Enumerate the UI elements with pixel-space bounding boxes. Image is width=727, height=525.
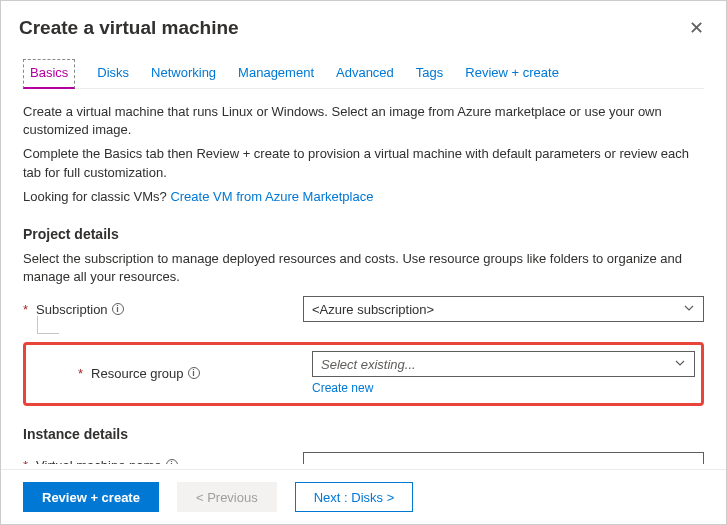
info-icon[interactable]: i <box>112 303 124 315</box>
tab-basics[interactable]: Basics <box>23 59 75 89</box>
marketplace-link[interactable]: Create VM from Azure Marketplace <box>170 189 373 204</box>
subscription-value: <Azure subscription> <box>312 302 434 317</box>
intro-line-1: Create a virtual machine that runs Linux… <box>23 103 704 139</box>
previous-button: < Previous <box>177 482 277 512</box>
tab-bar: Basics Disks Networking Management Advan… <box>23 59 704 89</box>
subscription-label: * Subscription i <box>23 302 303 317</box>
resource-group-placeholder: Select existing... <box>321 357 416 372</box>
tab-disks[interactable]: Disks <box>97 59 129 88</box>
resource-group-label: * Resource group i <box>78 366 312 381</box>
chevron-down-icon <box>674 357 686 372</box>
tab-review-create[interactable]: Review + create <box>465 59 559 88</box>
next-button[interactable]: Next : Disks > <box>295 482 414 512</box>
tree-indent-line <box>37 316 59 334</box>
resource-group-select[interactable]: Select existing... <box>312 351 695 377</box>
tab-management[interactable]: Management <box>238 59 314 88</box>
subscription-row: * Subscription i <Azure subscription> <box>23 296 704 322</box>
intro-line-2: Complete the Basics tab then Review + cr… <box>23 145 704 181</box>
project-details-title: Project details <box>23 226 704 242</box>
instance-details-title: Instance details <box>23 426 704 442</box>
intro-line-3: Looking for classic VMs? Create VM from … <box>23 188 704 206</box>
project-details-desc: Select the subscription to manage deploy… <box>23 250 704 286</box>
tab-networking[interactable]: Networking <box>151 59 216 88</box>
resource-group-highlight: * Resource group i Select existing... Cr… <box>23 342 704 406</box>
content-scroll[interactable]: Basics Disks Networking Management Advan… <box>1 45 726 464</box>
vm-name-row: * Virtual machine name i <box>23 452 704 464</box>
tab-tags[interactable]: Tags <box>416 59 443 88</box>
required-star: * <box>23 458 28 464</box>
intro-line-3-prefix: Looking for classic VMs? <box>23 189 170 204</box>
panel-header: Create a virtual machine ✕ <box>1 1 726 51</box>
vm-name-input[interactable] <box>303 452 704 464</box>
info-icon[interactable]: i <box>166 459 178 464</box>
info-icon[interactable]: i <box>188 367 200 379</box>
required-star: * <box>78 366 83 381</box>
subscription-select[interactable]: <Azure subscription> <box>303 296 704 322</box>
tab-advanced[interactable]: Advanced <box>336 59 394 88</box>
required-star: * <box>23 302 28 317</box>
create-new-link[interactable]: Create new <box>312 381 695 395</box>
page-title: Create a virtual machine <box>19 17 239 39</box>
resource-group-row: * Resource group i Select existing... Cr… <box>32 351 695 395</box>
vm-name-label: * Virtual machine name i <box>23 458 303 464</box>
close-icon[interactable]: ✕ <box>685 13 708 43</box>
review-create-button[interactable]: Review + create <box>23 482 159 512</box>
footer-bar: Review + create < Previous Next : Disks … <box>1 469 726 524</box>
chevron-down-icon <box>683 302 695 317</box>
